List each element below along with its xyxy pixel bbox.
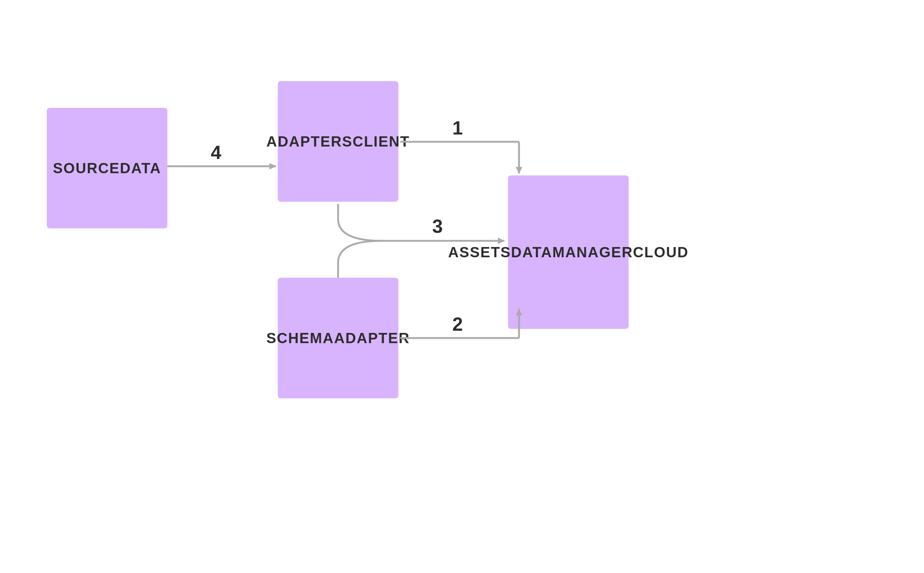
- node-adapters: ADAPTERSCLIENT: [278, 81, 398, 202]
- node-schema-label: SCHEMAADAPTER: [266, 329, 410, 348]
- node-assets: ASSETSDATAMANAGERCLOUD: [508, 175, 629, 329]
- arrow-label-1: 1: [453, 117, 463, 138]
- node-source: SOURCEDATA: [47, 108, 168, 229]
- svg-marker-4: [516, 167, 522, 174]
- node-adapters-label: ADAPTERSCLIENT: [266, 132, 410, 151]
- node-assets-label: ASSETSDATAMANAGERCLOUD: [448, 243, 689, 261]
- node-schema: SCHEMAADAPTER: [278, 278, 398, 398]
- diagram-arrows: 4132: [0, 0, 924, 573]
- arrow-label-2: 2: [453, 313, 463, 335]
- svg-marker-1: [269, 163, 276, 169]
- node-source-label: SOURCEDATA: [53, 158, 161, 178]
- arrow-label-4: 4: [211, 142, 221, 163]
- diagram-container: SOURCEDATA ADAPTERSCLIENT SCHEMAADAPTER …: [0, 0, 924, 573]
- arrow-label-3: 3: [432, 216, 443, 237]
